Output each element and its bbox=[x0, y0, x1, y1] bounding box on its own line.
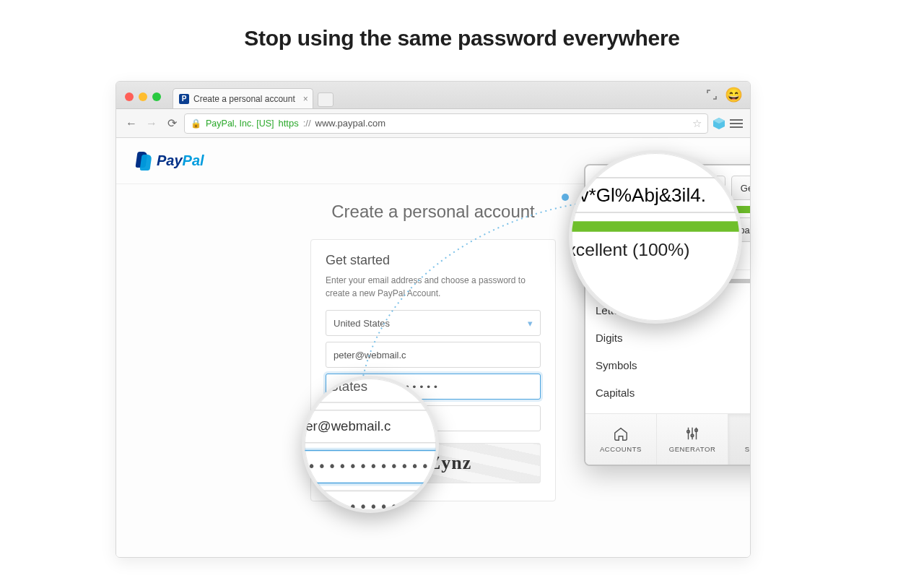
lens-strength-bar bbox=[569, 221, 742, 232]
toggle-letters[interactable]: o bbox=[750, 301, 751, 319]
tab-strip: P Create a personal account × 😄 bbox=[116, 82, 750, 109]
tab-accounts[interactable]: ACCOUNTS bbox=[585, 414, 657, 465]
lens-email-field: peter@webmail.c bbox=[302, 410, 439, 444]
bookmark-star-icon[interactable]: ☆ bbox=[692, 117, 702, 130]
option-symbols: Symbols o bbox=[596, 351, 751, 379]
toggle-capitals[interactable]: o bbox=[750, 384, 751, 401]
email-field[interactable]: peter@webmail.c bbox=[326, 342, 541, 368]
tab-favicon-icon: P bbox=[179, 94, 189, 104]
magnifier-password-lens: United States▾ peter@webmail.c •••••••••… bbox=[302, 376, 439, 513]
option-capitals: Capitals o bbox=[596, 379, 751, 406]
forward-button[interactable]: → bbox=[144, 116, 160, 131]
reload-button[interactable]: ⟳ bbox=[164, 116, 180, 131]
tab-settings-label: SETTINGS bbox=[745, 445, 751, 453]
window-minimize-icon[interactable] bbox=[139, 92, 147, 101]
paypal-mark-icon bbox=[136, 152, 152, 171]
generate-button[interactable]: Generate bbox=[731, 176, 751, 200]
lens-generated-password: Sv*Gl%Abj&3il4. bbox=[569, 177, 742, 212]
new-tab-button[interactable] bbox=[318, 92, 334, 107]
fullscreen-icon[interactable] bbox=[706, 89, 718, 100]
url-host: www.paypal.com bbox=[315, 118, 386, 129]
connector-endpoint-icon bbox=[562, 194, 569, 201]
tab-accounts-label: ACCOUNTS bbox=[600, 445, 642, 453]
toolbar: ← → ⟳ 🔒 PayPal, Inc. [US] https://www.pa… bbox=[116, 109, 750, 138]
lens-strength-label: Excellent (100%) bbox=[569, 240, 742, 261]
country-value: United States bbox=[334, 318, 390, 329]
paypal-logo[interactable]: PayPal bbox=[136, 152, 204, 171]
home-icon bbox=[613, 426, 629, 441]
country-select[interactable]: United States ▾ bbox=[326, 310, 541, 336]
lens-password-field: ••••••••••••••• bbox=[302, 450, 439, 484]
get-started-heading: Get started bbox=[326, 253, 541, 268]
tab-generator[interactable]: GENERATOR bbox=[657, 414, 728, 465]
address-bar[interactable]: 🔒 PayPal, Inc. [US] https://www.paypal.c… bbox=[184, 113, 708, 134]
magnifier-generator-lens: ssword G Sv*Gl%Abj&3il4. Excellent (100%… bbox=[569, 150, 742, 324]
page-headline: Stop using the same password everywhere bbox=[0, 26, 924, 51]
menu-icon[interactable] bbox=[730, 119, 743, 128]
extension-icon[interactable] bbox=[712, 117, 725, 130]
ev-cert-label: PayPal, Inc. [US] bbox=[206, 118, 274, 129]
back-button[interactable]: ← bbox=[123, 116, 139, 131]
chevron-down-icon: ▾ bbox=[528, 318, 533, 329]
option-digits: Digits o bbox=[596, 324, 751, 351]
window-traffic-lights[interactable] bbox=[125, 92, 161, 101]
toggle-digits[interactable]: o bbox=[750, 329, 751, 346]
window-close-icon[interactable] bbox=[125, 92, 134, 101]
window-zoom-icon[interactable] bbox=[152, 92, 161, 101]
get-started-subtext: Enter your email address and choose a pa… bbox=[326, 274, 541, 300]
tab-close-icon[interactable]: × bbox=[303, 94, 308, 104]
profile-avatar-icon[interactable]: 😄 bbox=[725, 86, 743, 103]
tab-title: Create a personal account bbox=[193, 94, 295, 104]
option-capitals-label: Capitals bbox=[596, 387, 635, 399]
tab-settings[interactable]: SETTINGS bbox=[728, 414, 751, 465]
toggle-symbols[interactable]: o bbox=[750, 356, 751, 374]
url-separator: :// bbox=[303, 118, 311, 129]
email-value: peter@webmail.c bbox=[334, 350, 406, 361]
lock-icon: 🔒 bbox=[191, 118, 201, 129]
popup-tabbar: ACCOUNTS GENERATOR SETTINGS bbox=[585, 413, 751, 465]
option-digits-label: Digits bbox=[596, 332, 623, 344]
sliders-icon bbox=[684, 426, 700, 441]
tab-generator-label: GENERATOR bbox=[669, 445, 716, 453]
browser-tab[interactable]: P Create a personal account × bbox=[173, 88, 313, 108]
option-symbols-label: Symbols bbox=[596, 359, 637, 371]
paypal-wordmark: PayPal bbox=[157, 152, 204, 169]
url-scheme: https bbox=[278, 118, 298, 129]
